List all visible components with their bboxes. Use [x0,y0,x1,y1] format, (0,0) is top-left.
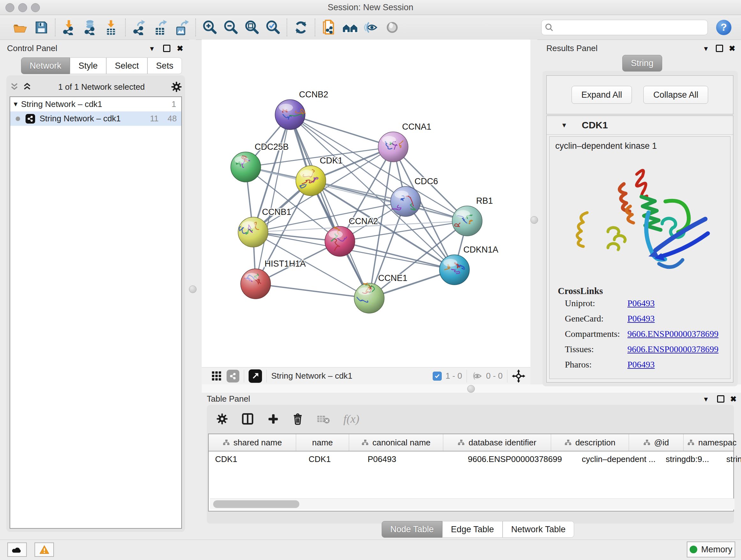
table-panel-float-icon[interactable] [717,395,724,404]
network-node-CCNA1[interactable]: CCNA1 [378,122,431,162]
network-node-CCNE1[interactable]: CCNE1 [354,273,408,313]
delete-column-icon[interactable] [292,413,303,425]
zoom-out-icon [223,20,238,35]
warning-status-button[interactable] [35,543,54,557]
refresh-button[interactable] [290,18,312,37]
table-gear-icon[interactable] [216,413,228,425]
column-header-description[interactable]: description [551,434,629,451]
string-view-badge[interactable] [226,370,239,382]
column-header-name[interactable]: name [296,434,349,451]
right-splitter[interactable] [530,40,537,384]
add-column-icon[interactable] [267,413,279,425]
string-home-button[interactable] [340,18,360,37]
memory-button[interactable]: Memory [687,542,735,557]
table-row[interactable]: CDK1 CDK1 P06493 9606.ENSP00000378699 cy… [209,451,733,467]
search-field[interactable] [541,20,708,35]
search-input[interactable] [554,23,704,32]
save-session-button[interactable] [30,18,52,37]
control-panel-collapse-icon[interactable]: ▾ [150,44,154,53]
import-network-database-button[interactable] [80,18,101,37]
string-network-icon [25,114,35,124]
tab-edge-table[interactable]: Edge Table [442,521,502,538]
cell-database-identifier: 9606.ENSP00000378699 [461,454,576,464]
crosslink-pharos[interactable]: P06493 [627,360,730,370]
tab-select[interactable]: Select [106,57,147,74]
scrollbar-thumb[interactable] [213,500,299,508]
control-panel-float-icon[interactable] [163,45,171,53]
import-table-button[interactable] [101,18,122,37]
network-row-selected[interactable]: String Network – cdk1 11 48 [10,111,181,126]
column-header-canonical-name[interactable]: canonical name [349,434,443,451]
column-header-database-identifier[interactable]: database identifier [443,434,551,451]
left-splitter-knob[interactable] [189,286,197,293]
gear-icon[interactable] [171,81,182,92]
folder-open-icon [13,21,27,34]
export-network-button[interactable] [129,18,150,37]
network-canvas[interactable]: CCNB2CCNA1CDC25BCDK1CDC6RB1CCNB1CCNA2CDK… [202,40,530,367]
tab-network-table[interactable]: Network Table [502,521,575,538]
results-panel-float-icon[interactable] [716,45,723,53]
help-button[interactable]: ? [716,20,731,35]
tree-expand-icon[interactable]: ▼ [10,101,21,108]
selected-nodes-checkbox[interactable] [433,372,442,381]
column-header-namespace[interactable]: namespac [684,434,740,451]
zoom-selected-button[interactable] [262,18,283,37]
network-node-CDC6[interactable]: CDC6 [391,177,438,216]
column-header-shared-name[interactable]: shared name [209,434,296,451]
crosslink-genecard[interactable]: P06493 [627,314,730,324]
control-panel-tabs: Network Style Select Sets [21,57,182,74]
network-node-CDKN1A[interactable]: CDKN1A [440,245,498,285]
collapse-all-button[interactable]: Collapse All [643,86,708,104]
results-panel-close-icon[interactable]: ✖ [729,44,735,53]
export-image-button[interactable] [171,18,192,37]
right-splitter-knob[interactable] [530,216,538,224]
results-panel-collapse-icon[interactable]: ▾ [704,44,708,53]
section-collapse-icon[interactable]: ▼ [547,122,582,129]
table-panel-close-icon[interactable]: ✖ [730,395,737,403]
collapse-all-icon[interactable] [10,83,19,91]
import-network-file-button[interactable] [59,18,80,37]
show-graphics-details-button[interactable] [382,18,403,37]
tab-network[interactable]: Network [21,57,70,74]
network-view-title: String Network – cdk1 [271,371,352,381]
zoom-in-button[interactable] [199,18,220,37]
grid-view-icon[interactable] [211,371,222,381]
birdseye-view-button[interactable] [249,369,262,383]
fit-content-icon[interactable] [512,369,525,383]
tab-style[interactable]: Style [70,57,106,74]
tab-string[interactable]: String [622,55,662,71]
export-table-button[interactable] [150,18,171,37]
network-from-file-button[interactable] [319,18,340,37]
show-columns-icon[interactable] [241,413,254,425]
tab-sets[interactable]: Sets [147,57,182,74]
control-panel-close-icon[interactable]: ✖ [177,44,183,53]
tab-node-table[interactable]: Node Table [382,521,442,538]
cloud-status-button[interactable] [7,543,27,557]
left-splitter[interactable] [189,40,196,540]
crosslink-uniprot[interactable]: P06493 [627,298,730,308]
crosslink-compartments[interactable]: 9606.ENSP00000378699 [627,329,730,339]
network-node-CDK1[interactable]: CDK1 [296,156,343,196]
horizontal-splitter-knob[interactable] [467,385,475,393]
zoom-out-button[interactable] [220,18,241,37]
table-panel-title: Table Panel [207,394,250,404]
expand-all-icon[interactable] [22,83,32,91]
column-header-id[interactable]: @id [629,434,684,451]
open-session-button[interactable] [10,18,30,37]
network-collection-label: String Network – cdk1 [21,99,172,109]
hide-unhide-button[interactable] [360,18,382,37]
node-label-CCNA1: CCNA1 [402,122,431,132]
results-panel-title: Results Panel [546,44,597,53]
table-horizontal-scrollbar[interactable] [210,498,735,509]
node-label-CCNE1: CCNE1 [378,273,408,283]
zoom-fit-button[interactable] [241,18,262,37]
network-selected-status: 1 of 1 Network selected [32,82,171,92]
table-panel-collapse-icon[interactable]: ▾ [704,395,708,403]
network-collection-row[interactable]: ▼ String Network – cdk1 1 [10,97,181,111]
expand-all-button[interactable]: Expand All [571,86,632,104]
crosslink-tissues[interactable]: 9606.ENSP00000378699 [627,344,730,354]
network-node-RB1[interactable]: RB1 [452,196,493,236]
network-node-HIST1H1A[interactable]: HIST1H1A [241,259,306,299]
cell-shared-name: CDK1 [209,454,302,464]
network-node-CCNB1[interactable]: CCNB1 [238,207,291,247]
